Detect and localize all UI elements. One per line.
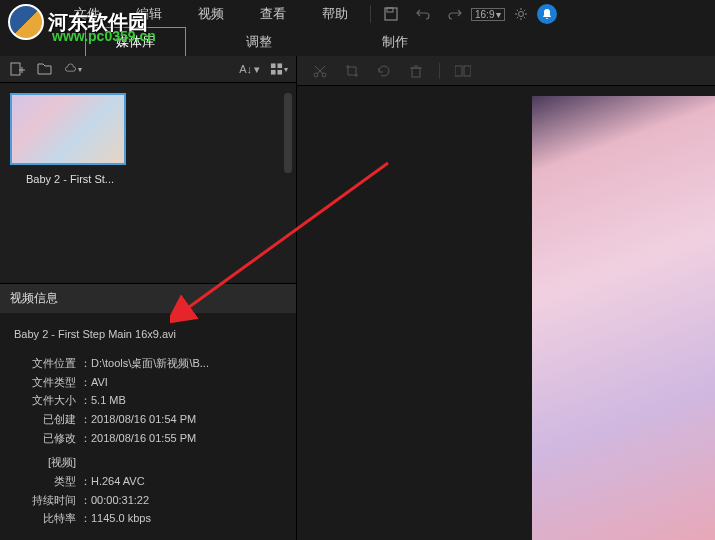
info-codec-label: 类型 bbox=[14, 472, 76, 491]
svg-rect-8 bbox=[271, 70, 276, 75]
preview-image bbox=[532, 96, 715, 540]
cloud-icon[interactable]: ▾ bbox=[64, 60, 82, 78]
info-type-label: 文件类型 bbox=[14, 373, 76, 392]
preview-toolbar bbox=[297, 56, 715, 86]
svg-rect-14 bbox=[412, 68, 420, 77]
aspect-ratio-badge[interactable]: 16:9 ▾ bbox=[471, 8, 505, 21]
svg-rect-6 bbox=[271, 63, 276, 68]
right-panel bbox=[297, 56, 715, 540]
menu-view[interactable]: 查看 bbox=[242, 1, 304, 27]
info-filename: Baby 2 - First Step Main 16x9.avi bbox=[14, 325, 282, 344]
import-file-icon[interactable] bbox=[8, 60, 26, 78]
import-folder-icon[interactable] bbox=[36, 60, 54, 78]
watermark-url: www.pc0359.cn bbox=[52, 28, 156, 44]
info-duration-label: 持续时间 bbox=[14, 491, 76, 510]
rotate-icon[interactable] bbox=[375, 62, 393, 80]
info-modified-label: 已修改 bbox=[14, 429, 76, 448]
svg-rect-17 bbox=[455, 66, 462, 76]
info-header: 视频信息 bbox=[0, 284, 296, 313]
chevron-down-icon: ▾ bbox=[496, 9, 501, 20]
menu-help[interactable]: 帮助 bbox=[304, 1, 366, 27]
media-label: Baby 2 - First St... bbox=[10, 173, 130, 185]
info-duration-value: 00:00:31:22 bbox=[91, 491, 149, 510]
logo-badge-icon bbox=[8, 4, 44, 40]
info-location-label: 文件位置 bbox=[14, 354, 76, 373]
info-location-value: D:\tools\桌面\新视频\B... bbox=[91, 354, 209, 373]
info-created-label: 已创建 bbox=[14, 410, 76, 429]
info-bitrate-value: 1145.0 kbps bbox=[91, 509, 151, 528]
chevron-down-icon: ▾ bbox=[254, 63, 260, 76]
menu-video[interactable]: 视频 bbox=[180, 1, 242, 27]
save-icon[interactable] bbox=[381, 4, 401, 24]
media-library: Baby 2 - First St... bbox=[0, 83, 296, 283]
redo-icon[interactable] bbox=[445, 4, 465, 24]
cut-icon[interactable] bbox=[311, 62, 329, 80]
sort-button[interactable]: A↓ ▾ bbox=[239, 63, 260, 76]
media-item[interactable]: Baby 2 - First St... bbox=[10, 93, 130, 185]
info-body: Baby 2 - First Step Main 16x9.avi 文件位置：D… bbox=[0, 313, 296, 540]
chevron-down-icon: ▾ bbox=[284, 65, 288, 74]
library-toolbar: ▾ A↓ ▾ ▾ bbox=[0, 56, 296, 83]
info-size-label: 文件大小 bbox=[14, 391, 76, 410]
info-section-video: [视频] bbox=[14, 453, 76, 472]
undo-icon[interactable] bbox=[413, 4, 433, 24]
crop-icon[interactable] bbox=[343, 62, 361, 80]
svg-rect-3 bbox=[11, 63, 20, 75]
media-thumbnail[interactable] bbox=[10, 93, 126, 165]
svg-rect-7 bbox=[277, 63, 282, 68]
main-area: ▾ A↓ ▾ ▾ Baby 2 - First St... 视频信息 B bbox=[0, 56, 715, 540]
info-codec-value: H.264 AVC bbox=[91, 472, 145, 491]
settings-icon[interactable] bbox=[511, 4, 531, 24]
chevron-down-icon: ▾ bbox=[78, 65, 82, 74]
tab-produce[interactable]: 制作 bbox=[332, 28, 438, 56]
info-modified-value: 2018/08/16 01:55 PM bbox=[91, 429, 196, 448]
preview-area bbox=[297, 86, 715, 540]
svg-point-2 bbox=[519, 12, 524, 17]
info-type-value: AVI bbox=[91, 373, 108, 392]
separator bbox=[370, 5, 371, 23]
info-created-value: 2018/08/16 01:54 PM bbox=[91, 410, 196, 429]
aspect-ratio-value: 16:9 bbox=[475, 9, 494, 20]
grid-view-icon[interactable]: ▾ bbox=[270, 60, 288, 78]
info-size-value: 5.1 MB bbox=[91, 391, 126, 410]
left-panel: ▾ A↓ ▾ ▾ Baby 2 - First St... 视频信息 B bbox=[0, 56, 297, 540]
sort-label: A↓ bbox=[239, 63, 252, 75]
tab-adjust[interactable]: 调整 bbox=[186, 28, 332, 56]
notification-icon[interactable] bbox=[537, 4, 557, 24]
svg-rect-9 bbox=[277, 70, 282, 75]
svg-rect-18 bbox=[464, 66, 471, 76]
scrollbar[interactable] bbox=[284, 93, 292, 173]
info-panel: 视频信息 Baby 2 - First Step Main 16x9.avi 文… bbox=[0, 283, 296, 540]
compare-icon[interactable] bbox=[454, 62, 472, 80]
info-bitrate-label: 比特率 bbox=[14, 509, 76, 528]
svg-rect-1 bbox=[387, 8, 393, 12]
trash-icon[interactable] bbox=[407, 62, 425, 80]
